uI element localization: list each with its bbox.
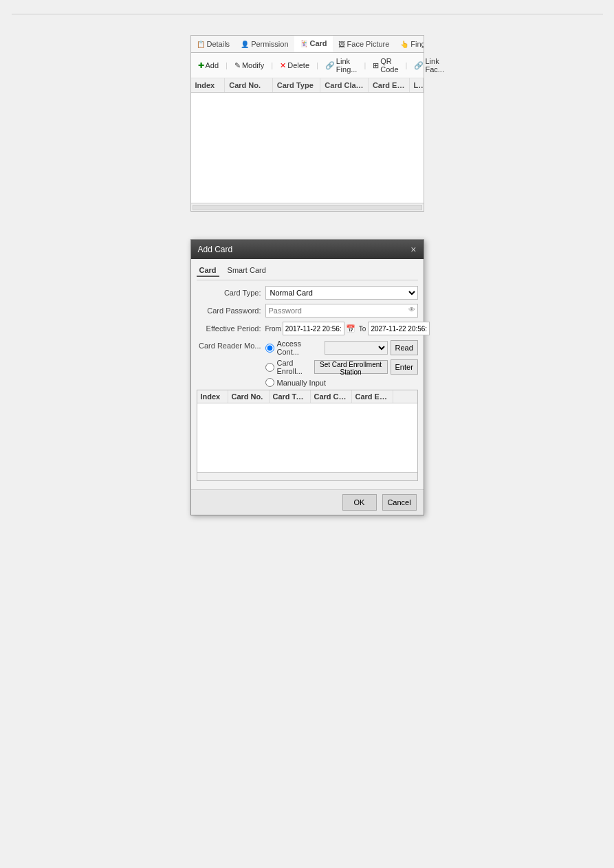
dialog-title: Add Card [198,245,233,254]
radio-manually-input[interactable] [265,378,274,387]
tab-permission[interactable]: 👤 Permission [235,36,294,52]
card-reader-options: Access Cont... Read Card Enroll... Set C… [265,340,418,387]
inner-col-header-cardeffective: Card Effec... [352,390,393,403]
tab-fingerprint[interactable]: 👆 Fingerprint [395,36,423,52]
card-type-row: Card Type: Normal Card VIP Card Guest Ca… [197,286,418,300]
tab-card-label: Card [310,39,327,47]
card-reader-label: Card Reader Mo... [197,340,265,350]
card-sub-tab-card[interactable]: Card [197,265,219,277]
card-reader-row: Card Reader Mo... Access Cont... Read [197,340,418,387]
link-fac-label: Link Fac... [425,57,444,74]
delete-button[interactable]: ✕ Delete [277,60,312,71]
toolbar: ✚ Add | ✎ Modify | ✕ Delete | 🔗 Link Fin… [191,53,424,78]
divider1: | [226,61,228,69]
dialog-body: Card Smart Card Card Type: Normal Card V… [191,259,424,489]
add-label: Add [206,61,219,69]
card-sub-tab-card-label: Card [199,266,217,274]
upper-table-body [191,93,424,203]
link-fing-icon: 🔗 [325,61,335,70]
upper-table-header: Index Card No. Card Type Card Class Card… [191,78,424,93]
tab-permission-label: Permission [251,40,288,48]
inner-table-header: Index Card No. Card Type Card Class Card… [197,390,417,403]
inner-scroll-bar[interactable] [197,472,417,480]
modify-label: Modify [242,61,264,69]
inner-col-header-cardtype: Card Type [270,390,311,403]
divider3: | [316,61,318,69]
divider4: | [364,61,366,69]
link-fac-icon: 🔗 [414,61,424,70]
tab-face-picture[interactable]: 🖼 Face Picture [333,36,395,52]
ok-button[interactable]: OK [342,494,377,511]
to-label: To [359,325,366,333]
tab-details-label: Details [207,40,230,48]
divider2: | [271,61,273,69]
upper-panel: 📋 Details 👤 Permission 🃏 Card 🖼 Face Pic… [190,35,424,212]
effective-period-row: Effective Period: From 📅 To [197,322,418,335]
tab-face-picture-label: Face Picture [347,40,390,48]
col-header-index: Index [191,78,226,92]
qr-code-icon: ⊞ [373,61,379,70]
col-header-cardno: Card No. [225,78,273,92]
modify-icon: ✎ [234,61,241,70]
from-label: From [265,325,281,333]
panels-wrapper: 📋 Details 👤 Permission 🃏 Card 🖼 Face Pic… [190,35,424,515]
add-card-dialog: Add Card × Card Smart Card Card Type: [190,239,424,515]
eye-icon[interactable]: 👁 [408,306,415,313]
dialog-footer: OK Cancel [191,489,424,515]
card-enroll-label: Card Enroll... [277,359,311,375]
password-wrapper: 👁 [265,304,418,318]
details-icon: 📋 [197,41,205,48]
card-password-label: Card Password: [197,307,265,315]
card-type-select[interactable]: Normal Card VIP Card Guest Card Patrol C… [265,286,418,300]
inner-col-header-cardno: Card No. [228,390,270,403]
col-header-last: Li [410,78,424,92]
inner-table-body [197,403,417,472]
card-type-label: Card Type: [197,289,265,297]
set-enrollment-button[interactable]: Set Card Enrollment Station [314,360,388,374]
add-button[interactable]: ✚ Add [195,60,222,71]
modify-button[interactable]: ✎ Modify [232,60,267,71]
tab-fingerprint-label: Fingerprint [410,40,423,48]
qr-code-button[interactable]: ⊞ QR Code [370,56,401,75]
add-icon: ✚ [198,61,204,70]
qr-code-label: QR Code [380,57,398,74]
link-fing-button[interactable]: 🔗 Link Fing... [322,56,360,75]
card-password-input[interactable] [265,304,418,318]
page-container: 📋 Details 👤 Permission 🃏 Card 🖼 Face Pic… [0,0,614,868]
face-picture-icon: 🖼 [338,41,345,48]
link-fing-label: Link Fing... [336,57,358,74]
upper-scroll-track[interactable] [193,205,422,210]
inner-col-header-index: Index [197,390,228,403]
inner-col-header-cardclass: Card Class [311,390,352,403]
from-date-input[interactable] [283,322,344,335]
radio-access-cont[interactable] [265,344,274,353]
from-calendar-icon[interactable]: 📅 [346,324,355,333]
link-fac-button[interactable]: 🔗 Link Fac... [411,56,447,75]
dialog-titlebar: Add Card × [191,240,424,259]
enter-button[interactable]: Enter [391,359,418,375]
divider5: | [406,61,408,69]
to-date-input[interactable] [368,322,430,335]
card-sub-tab-smart[interactable]: Smart Card [225,265,269,277]
upper-scroll-bar[interactable] [191,203,424,211]
col-header-cardclass: Card Class [320,78,369,92]
delete-label: Delete [287,61,309,69]
col-header-cardtype: Card Type [273,78,321,92]
read-button[interactable]: Read [391,340,418,355]
tab-details[interactable]: 📋 Details [191,36,236,52]
fingerprint-icon: 👆 [400,41,408,48]
access-cont-select[interactable] [325,341,388,355]
radio-card-enroll[interactable] [265,363,274,372]
delete-icon: ✕ [280,61,286,70]
tabs-bar: 📋 Details 👤 Permission 🃏 Card 🖼 Face Pic… [191,36,424,53]
card-sub-tabs: Card Smart Card [197,265,418,280]
top-divider [12,14,603,14]
cancel-button[interactable]: Cancel [382,494,417,511]
col-header-cardeffective: Card Effective... [369,78,410,92]
inner-table-wrap: Index Card No. Card Type Card Class Card… [197,390,418,481]
manually-input-label: Manually Input [277,379,327,387]
dialog-close-button[interactable]: × [410,244,416,255]
tab-card[interactable]: 🃏 Card [294,36,333,52]
access-cont-label: Access Cont... [277,340,322,356]
card-sub-tab-smart-label: Smart Card [228,266,266,274]
